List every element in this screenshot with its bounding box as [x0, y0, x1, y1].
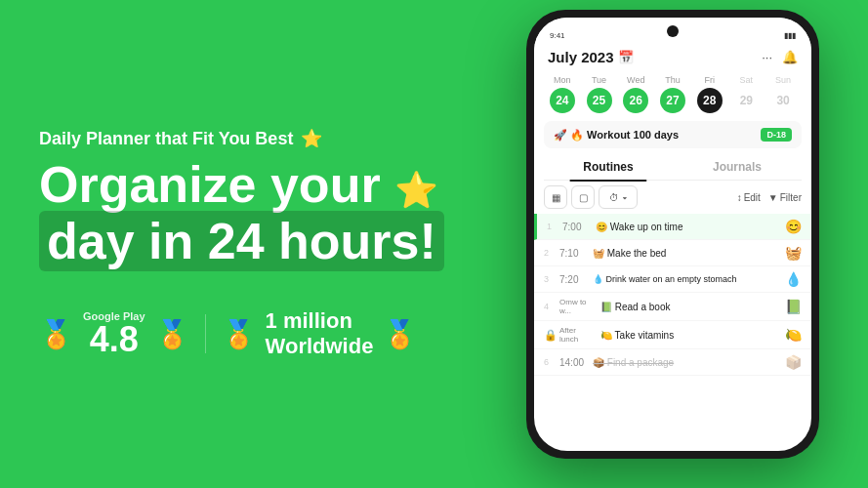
tagline-star: ⭐ — [301, 128, 322, 149]
title-line2: day in 24 hours! — [39, 211, 444, 271]
routine-list: 1 7:00 😊 Wake up on time 😊 2 7:10 🧺 Make… — [534, 214, 811, 451]
routine-item-6[interactable]: 6 14:00 📦 Find a package 📦 — [534, 349, 811, 376]
title-line1: Organize your — [39, 156, 394, 213]
day-wed[interactable]: Wed 26 — [623, 75, 648, 113]
workout-title: 🚀 🔥 Workout 100 days — [554, 129, 679, 142]
calendar-icon: 📅 — [618, 50, 634, 64]
toolbar-row: ▦ ▢ ⏱ ▾ ↕ Edit ▼ Filter — [534, 181, 811, 214]
laurel-left: 🏅 — [39, 318, 73, 350]
workout-badge: D-18 — [761, 128, 792, 142]
rating-label: Google Play — [83, 310, 145, 322]
row-emoji: 💧 — [785, 271, 802, 287]
phone-notch — [667, 25, 679, 37]
tagline-text: Daily Planner that Fit You Best — [39, 129, 293, 149]
row-emoji: 📦 — [785, 354, 802, 370]
toolbar-actions: ↕ Edit ▼ Filter — [737, 192, 802, 203]
main-title: Organize your ⭐ day in 24 hours! — [39, 157, 507, 268]
day-sun[interactable]: Sun 30 — [770, 75, 796, 113]
filter-action[interactable]: ▼ Filter — [768, 192, 802, 203]
row-time: 7:10 — [559, 248, 587, 259]
app-header-icons: ··· 🔔 — [762, 50, 798, 64]
row-task: 🧺 Make the bed — [593, 248, 779, 259]
view-grid-btn[interactable]: ▦ — [544, 185, 567, 209]
view-list-btn[interactable]: ▢ — [571, 185, 595, 209]
title-star: ⭐ — [394, 170, 438, 210]
million-block: 🏅 1 million Worldwide 🏅 — [222, 308, 418, 360]
day-mon[interactable]: Mon 24 — [550, 75, 575, 113]
row-num: 3 — [544, 274, 554, 284]
tab-journals[interactable]: Journals — [673, 154, 802, 180]
row-task: 💧 Drink water on an empty stomach — [593, 274, 779, 284]
separator — [205, 314, 206, 353]
million-line2: Worldwide — [266, 334, 374, 359]
row-time: After lunch — [559, 326, 595, 344]
row-emoji: 📗 — [785, 299, 802, 314]
row-emoji: 🧺 — [785, 245, 802, 261]
filter-label: Filter — [780, 192, 802, 203]
workout-banner[interactable]: 🚀 🔥 Workout 100 days D-18 — [544, 121, 802, 148]
day-sat[interactable]: Sat 29 — [733, 75, 759, 113]
row-time: Omw to w... — [559, 298, 595, 315]
week-strip: Mon 24 Tue 25 Wed 26 Thu 27 Fri 28 — [534, 71, 811, 121]
row-emoji: 🍋 — [785, 327, 802, 343]
edit-label: Edit — [744, 192, 761, 203]
edit-icon: ↕ — [737, 192, 742, 203]
routine-item-2[interactable]: 2 7:10 🧺 Make the bed 🧺 — [534, 240, 811, 266]
phone-outer: 9:41 ▮▮▮ July 2023 📅 ··· 🔔 Mon 24 — [526, 10, 819, 459]
status-time: 9:41 — [550, 31, 565, 40]
rating-number: 4.8 — [90, 322, 139, 357]
routine-item-3[interactable]: 3 7:20 💧 Drink water on an empty stomach… — [534, 266, 811, 293]
row-task: 🍋 Take vitamins — [600, 330, 779, 341]
row-num: 2 — [544, 248, 554, 258]
row-task: 📦 Find a package — [593, 357, 779, 368]
phone-wrapper: 9:41 ▮▮▮ July 2023 📅 ··· 🔔 Mon 24 — [526, 10, 829, 478]
row-task: 😊 Wake up on time — [596, 222, 779, 232]
app-header: July 2023 📅 ··· 🔔 — [534, 45, 811, 71]
row-num: 4 — [544, 302, 554, 311]
tagline: Daily Planner that Fit You Best ⭐ — [39, 128, 507, 149]
app-month: July 2023 📅 — [548, 49, 634, 65]
day-fri[interactable]: Fri 28 — [697, 75, 723, 113]
ratings-row: 🏅 Google Play 4.8 🏅 🏅 1 million Worldwid… — [39, 308, 507, 360]
filter-icon: ▼ — [768, 192, 778, 203]
row-task: 📗 Read a book — [600, 302, 779, 312]
row-time: 7:00 — [562, 222, 590, 232]
routine-item-4[interactable]: 4 Omw to w... 📗 Read a book 📗 — [534, 293, 811, 321]
bell-icon[interactable]: 🔔 — [782, 50, 798, 64]
tab-routines[interactable]: Routines — [544, 154, 673, 180]
more-icon[interactable]: ··· — [762, 50, 772, 64]
routine-item-5[interactable]: 🔒 After lunch 🍋 Take vitamins 🍋 — [534, 321, 811, 349]
row-num: 6 — [544, 357, 554, 367]
left-panel: Daily Planner that Fit You Best ⭐ Organi… — [39, 128, 526, 359]
laurel-right: 🏅 — [155, 318, 189, 350]
million-text: 1 million Worldwide — [266, 308, 374, 360]
routine-item-1[interactable]: 1 7:00 😊 Wake up on time 😊 — [534, 214, 811, 240]
rating-text: Google Play 4.8 — [83, 310, 145, 357]
row-time: 7:20 — [559, 274, 587, 285]
day-tue[interactable]: Tue 25 — [587, 75, 612, 113]
view-time-btn[interactable]: ⏱ ▾ — [599, 185, 638, 209]
row-num: 🔒 — [544, 329, 554, 342]
rating-block: 🏅 Google Play 4.8 🏅 — [39, 310, 189, 357]
million-line1: 1 million — [266, 308, 374, 334]
row-num: 1 — [547, 222, 557, 231]
laurel-million-right: 🏅 — [383, 318, 417, 350]
laurel-million-left: 🏅 — [222, 318, 256, 350]
day-thu[interactable]: Thu 27 — [660, 75, 685, 113]
edit-action[interactable]: ↕ Edit — [737, 192, 761, 203]
row-time: 14:00 — [559, 357, 587, 368]
month-text: July 2023 — [548, 49, 614, 65]
status-icons: ▮▮▮ — [784, 31, 796, 40]
tabs-row: Routines Journals — [544, 154, 802, 181]
phone-screen: 9:41 ▮▮▮ July 2023 📅 ··· 🔔 Mon 24 — [534, 18, 811, 451]
row-emoji: 😊 — [785, 219, 802, 234]
